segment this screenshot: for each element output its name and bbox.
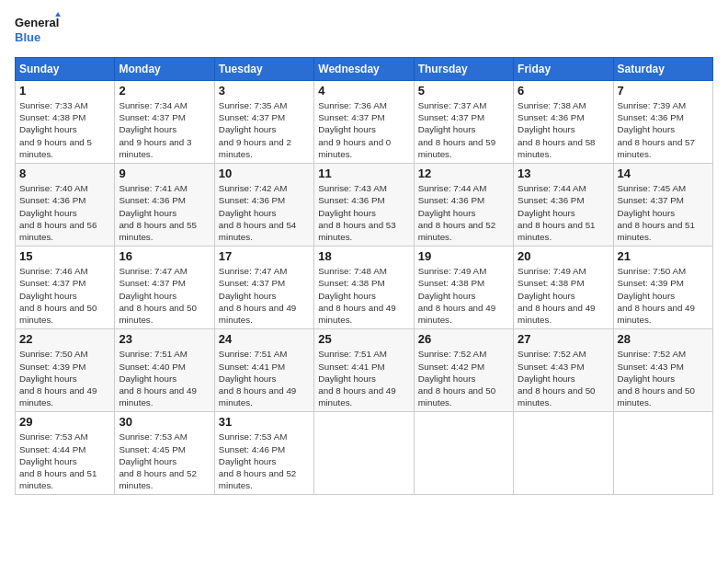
svg-marker-2 [55,12,61,17]
page: General Blue SundayMondayTuesdayWednesda… [0,0,728,563]
day-info: Sunrise: 7:50 AM Sunset: 4:39 PM Dayligh… [19,348,110,408]
day-number: 23 [119,332,210,346]
calendar-cell: 7 Sunrise: 7:39 AM Sunset: 4:36 PM Dayli… [613,81,712,164]
day-info: Sunrise: 7:52 AM Sunset: 4:43 PM Dayligh… [618,348,709,408]
logo-svg: General Blue [15,11,61,50]
day-number: 17 [219,249,310,263]
calendar-cell: 12 Sunrise: 7:44 AM Sunset: 4:36 PM Dayl… [414,164,513,247]
day-info: Sunrise: 7:49 AM Sunset: 4:38 PM Dayligh… [418,265,509,326]
week-row-1: 1 Sunrise: 7:33 AM Sunset: 4:38 PM Dayli… [16,81,713,164]
day-number: 21 [618,249,709,263]
week-row-4: 22 Sunrise: 7:50 AM Sunset: 4:39 PM Dayl… [16,329,713,412]
calendar-cell: 24 Sunrise: 7:51 AM Sunset: 4:41 PM Dayl… [214,329,313,412]
day-info: Sunrise: 7:40 AM Sunset: 4:36 PM Dayligh… [19,182,110,243]
calendar-cell: 20 Sunrise: 7:49 AM Sunset: 4:38 PM Dayl… [514,247,613,329]
calendar-cell: 28 Sunrise: 7:52 AM Sunset: 4:43 PM Dayl… [613,329,712,412]
day-info: Sunrise: 7:53 AM Sunset: 4:46 PM Dayligh… [219,431,310,491]
day-number: 14 [618,167,709,180]
calendar-cell: 3 Sunrise: 7:35 AM Sunset: 4:37 PM Dayli… [214,81,313,164]
week-row-5: 29 Sunrise: 7:53 AM Sunset: 4:44 PM Dayl… [16,412,713,495]
day-info: Sunrise: 7:45 AM Sunset: 4:37 PM Dayligh… [618,182,709,243]
calendar-cell: 22 Sunrise: 7:50 AM Sunset: 4:39 PM Dayl… [16,329,115,412]
day-info: Sunrise: 7:34 AM Sunset: 4:37 PM Dayligh… [119,99,210,160]
day-number: 16 [119,249,210,263]
day-number: 27 [518,332,609,346]
header: General Blue [15,11,713,50]
day-number: 6 [518,84,609,98]
day-number: 13 [518,167,609,180]
calendar-cell: 26 Sunrise: 7:52 AM Sunset: 4:42 PM Dayl… [414,329,513,412]
header-friday: Friday [514,58,613,81]
calendar-cell: 1 Sunrise: 7:33 AM Sunset: 4:38 PM Dayli… [16,81,115,164]
calendar-cell: 25 Sunrise: 7:51 AM Sunset: 4:41 PM Dayl… [314,329,414,412]
calendar-cell: 21 Sunrise: 7:50 AM Sunset: 4:39 PM Dayl… [613,247,712,329]
day-info: Sunrise: 7:42 AM Sunset: 4:36 PM Dayligh… [219,182,310,243]
calendar-cell: 15 Sunrise: 7:46 AM Sunset: 4:37 PM Dayl… [16,247,115,329]
calendar-cell: 8 Sunrise: 7:40 AM Sunset: 4:36 PM Dayli… [16,164,115,247]
calendar-cell: 10 Sunrise: 7:42 AM Sunset: 4:36 PM Dayl… [214,164,313,247]
calendar-cell [613,412,712,495]
day-info: Sunrise: 7:48 AM Sunset: 4:38 PM Dayligh… [318,265,409,326]
calendar: SundayMondayTuesdayWednesdayThursdayFrid… [15,57,713,495]
header-saturday: Saturday [613,58,712,81]
calendar-cell: 30 Sunrise: 7:53 AM Sunset: 4:45 PM Dayl… [115,412,214,495]
day-info: Sunrise: 7:49 AM Sunset: 4:38 PM Dayligh… [518,265,609,326]
day-info: Sunrise: 7:51 AM Sunset: 4:41 PM Dayligh… [318,348,409,408]
calendar-cell: 11 Sunrise: 7:43 AM Sunset: 4:36 PM Dayl… [314,164,414,247]
day-number: 3 [219,84,310,98]
day-info: Sunrise: 7:51 AM Sunset: 4:40 PM Dayligh… [119,348,210,408]
calendar-cell: 5 Sunrise: 7:37 AM Sunset: 4:37 PM Dayli… [414,81,513,164]
day-number: 1 [19,84,110,98]
day-info: Sunrise: 7:41 AM Sunset: 4:36 PM Dayligh… [119,182,210,243]
calendar-cell [314,412,414,495]
calendar-cell: 13 Sunrise: 7:44 AM Sunset: 4:36 PM Dayl… [514,164,613,247]
day-number: 26 [418,332,509,346]
calendar-cell: 4 Sunrise: 7:36 AM Sunset: 4:37 PM Dayli… [314,81,414,164]
day-number: 15 [19,249,110,263]
calendar-cell [514,412,613,495]
day-info: Sunrise: 7:38 AM Sunset: 4:36 PM Dayligh… [518,99,609,160]
day-number: 24 [219,332,310,346]
day-number: 22 [19,332,110,346]
calendar-cell [414,412,513,495]
day-info: Sunrise: 7:53 AM Sunset: 4:44 PM Dayligh… [19,431,110,491]
week-row-3: 15 Sunrise: 7:46 AM Sunset: 4:37 PM Dayl… [16,247,713,329]
day-info: Sunrise: 7:52 AM Sunset: 4:42 PM Dayligh… [418,348,509,408]
day-number: 30 [119,415,210,429]
day-number: 20 [518,249,609,263]
logo: General Blue [15,11,61,50]
calendar-cell: 2 Sunrise: 7:34 AM Sunset: 4:37 PM Dayli… [115,81,214,164]
day-info: Sunrise: 7:36 AM Sunset: 4:37 PM Dayligh… [318,99,409,160]
calendar-cell: 16 Sunrise: 7:47 AM Sunset: 4:37 PM Dayl… [115,247,214,329]
day-info: Sunrise: 7:39 AM Sunset: 4:36 PM Dayligh… [618,99,709,160]
day-info: Sunrise: 7:35 AM Sunset: 4:37 PM Dayligh… [219,99,310,160]
day-number: 4 [318,84,409,98]
day-info: Sunrise: 7:50 AM Sunset: 4:39 PM Dayligh… [618,265,709,326]
calendar-cell: 9 Sunrise: 7:41 AM Sunset: 4:36 PM Dayli… [115,164,214,247]
day-number: 9 [119,167,210,180]
calendar-cell: 14 Sunrise: 7:45 AM Sunset: 4:37 PM Dayl… [613,164,712,247]
calendar-cell: 31 Sunrise: 7:53 AM Sunset: 4:46 PM Dayl… [214,412,313,495]
day-number: 2 [119,84,210,98]
day-info: Sunrise: 7:51 AM Sunset: 4:41 PM Dayligh… [219,348,310,408]
calendar-cell: 27 Sunrise: 7:52 AM Sunset: 4:43 PM Dayl… [514,329,613,412]
day-number: 11 [318,167,409,180]
day-number: 18 [318,249,409,263]
day-info: Sunrise: 7:46 AM Sunset: 4:37 PM Dayligh… [19,265,110,326]
svg-text:General: General [15,16,59,29]
day-info: Sunrise: 7:37 AM Sunset: 4:37 PM Dayligh… [418,99,509,160]
svg-text:Blue: Blue [15,30,40,44]
calendar-header-row: SundayMondayTuesdayWednesdayThursdayFrid… [16,58,713,81]
day-number: 19 [418,249,509,263]
header-monday: Monday [115,58,214,81]
calendar-cell: 23 Sunrise: 7:51 AM Sunset: 4:40 PM Dayl… [115,329,214,412]
day-info: Sunrise: 7:53 AM Sunset: 4:45 PM Dayligh… [119,431,210,491]
day-number: 28 [618,332,709,346]
day-info: Sunrise: 7:43 AM Sunset: 4:36 PM Dayligh… [318,182,409,243]
day-number: 5 [418,84,509,98]
day-number: 10 [219,167,310,180]
day-info: Sunrise: 7:47 AM Sunset: 4:37 PM Dayligh… [119,265,210,326]
day-info: Sunrise: 7:52 AM Sunset: 4:43 PM Dayligh… [518,348,609,408]
day-number: 29 [19,415,110,429]
day-number: 12 [418,167,509,180]
